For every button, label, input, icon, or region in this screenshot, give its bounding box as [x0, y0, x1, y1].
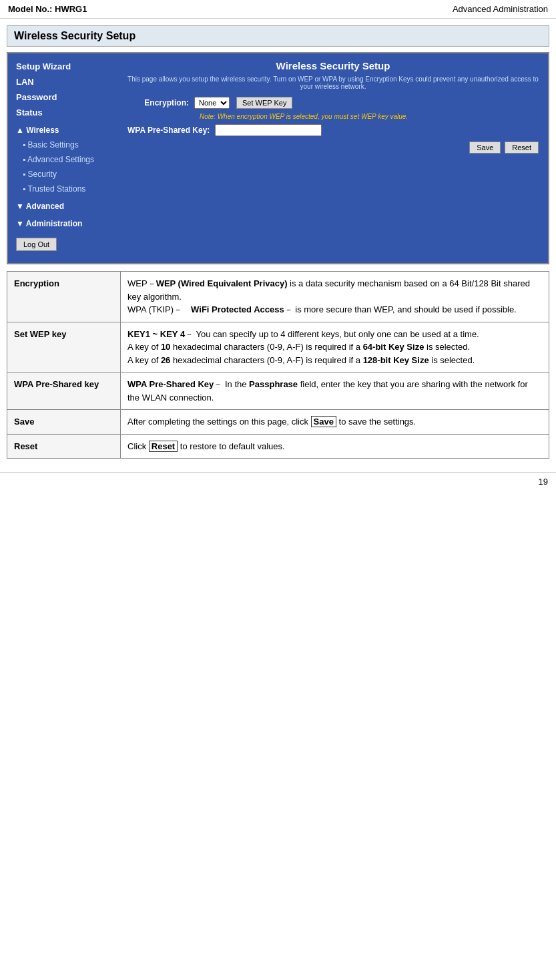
sidebar-item-administration[interactable]: Administration — [8, 214, 118, 231]
router-sidebar: Setup Wizard LAN Password Status Wireles… — [8, 53, 118, 263]
sidebar-item-basic-settings[interactable]: Basic Settings — [8, 138, 118, 152]
bold-text: KEY1 ~ KEY 4 — [127, 329, 185, 339]
boxed-label: Reset — [149, 441, 178, 452]
wpa-label: WPA Pre-Shared Key: — [127, 126, 215, 135]
encryption-note: Note: When encryption WEP is selected, y… — [200, 113, 539, 120]
sidebar-item-advanced-settings[interactable]: Advanced Settings — [8, 152, 118, 167]
page-number: 19 — [539, 477, 548, 487]
sidebar-item-advanced[interactable]: Advanced — [8, 196, 118, 214]
bold-text: 10 — [161, 342, 170, 352]
encryption-select[interactable]: None WEP WPA — [194, 97, 230, 109]
term-cell: Set WEP key — [7, 322, 121, 373]
admin-label: Advanced Administration — [453, 4, 548, 14]
table-row: EncryptionWEP－WEP (Wired Equivalent Priv… — [7, 272, 549, 322]
table-row: WPA Pre-Shared keyWPA Pre-Shared Key－ In… — [7, 373, 549, 410]
sidebar-item-security[interactable]: Security — [8, 167, 118, 182]
save-button[interactable]: Save — [469, 142, 501, 154]
router-panel: Setup Wizard LAN Password Status Wireles… — [7, 52, 549, 264]
term-cell: Save — [7, 410, 121, 435]
sidebar-item-status[interactable]: Status — [8, 105, 118, 120]
bold-text: 128-bit Key Size — [363, 355, 429, 365]
boxed-label: Save — [311, 416, 336, 427]
bold-text: WiFi Protected Access — [191, 304, 284, 314]
term-cell: Encryption — [7, 272, 121, 322]
sidebar-item-setup-wizard[interactable]: Setup Wizard — [8, 59, 118, 74]
description-cell: WPA Pre-Shared Key－ In the Passphrase fi… — [121, 373, 549, 410]
set-wep-key-button[interactable]: Set WEP Key — [236, 97, 292, 109]
term-cell: WPA Pre-Shared key — [7, 373, 121, 410]
page-footer: 19 — [0, 472, 556, 491]
description-cell: WEP－WEP (Wired Equivalent Privacy) is a … — [121, 272, 549, 322]
bold-text: WEP (Wired Equivalent Privacy) — [156, 278, 288, 288]
term-cell: Reset — [7, 434, 121, 459]
page-header: Model No.: HWRG1 Advanced Administration — [0, 0, 556, 19]
action-buttons: Save Reset — [127, 142, 539, 154]
reset-button[interactable]: Reset — [505, 142, 539, 154]
logout-button[interactable]: Log Out — [16, 238, 57, 251]
encryption-label: Encryption: — [127, 98, 194, 107]
bold-text: 26 — [161, 355, 170, 365]
table-row: SaveAfter completing the settings on thi… — [7, 410, 549, 435]
description-cell: KEY1 ~ KEY 4－ You can specify up to 4 di… — [121, 322, 549, 373]
bold-text: Passphrase — [249, 379, 298, 389]
description-cell: After completing the settings on this pa… — [121, 410, 549, 435]
sidebar-item-trusted-stations[interactable]: Trusted Stations — [8, 182, 118, 196]
bold-text: WPA Pre-Shared Key — [127, 379, 214, 389]
sidebar-item-wireless[interactable]: Wireless — [8, 120, 118, 138]
bold-text: 64-bit Key Size — [363, 342, 425, 352]
info-table: EncryptionWEP－WEP (Wired Equivalent Priv… — [7, 271, 549, 459]
table-row: ResetClick Reset to restore to default v… — [7, 434, 549, 459]
sidebar-item-password[interactable]: Password — [8, 89, 118, 105]
sidebar-item-lan[interactable]: LAN — [8, 74, 118, 89]
wpa-input[interactable] — [215, 124, 322, 136]
router-panel-description: This page allows you setup the wireless … — [127, 75, 539, 90]
model-number: Model No.: HWRG1 — [8, 4, 87, 14]
wpa-row: WPA Pre-Shared Key: — [127, 124, 539, 136]
router-main-content: Wireless Security Setup This page allows… — [118, 53, 548, 263]
encryption-row: Encryption: None WEP WPA Set WEP Key — [127, 97, 539, 109]
section-title: Wireless Security Setup — [7, 25, 549, 47]
router-panel-title: Wireless Security Setup — [127, 60, 539, 71]
description-cell: Click Reset to restore to default values… — [121, 434, 549, 459]
table-row: Set WEP keyKEY1 ~ KEY 4－ You can specify… — [7, 322, 549, 373]
logout-area: Log Out — [16, 238, 110, 251]
